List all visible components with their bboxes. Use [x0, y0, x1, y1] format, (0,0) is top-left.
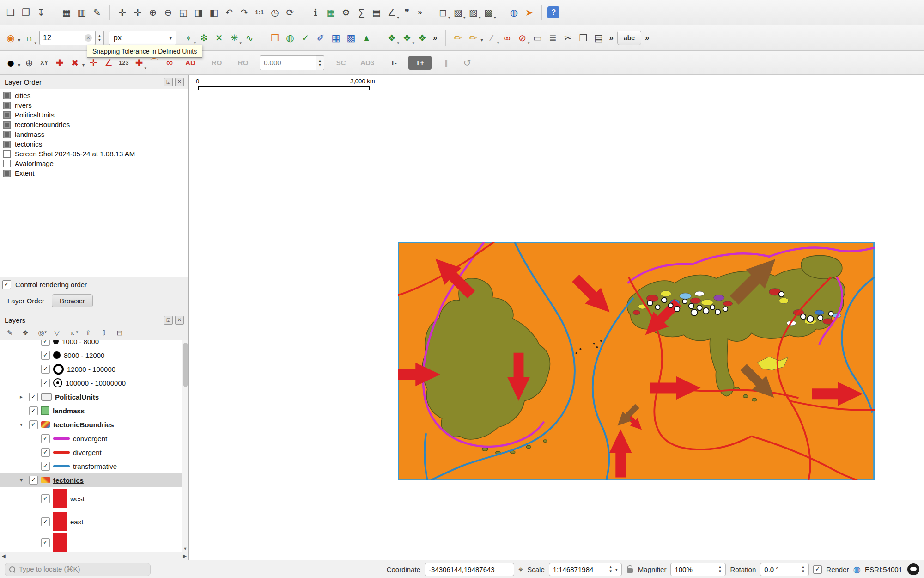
scale-stepper[interactable]: ▲▼	[609, 565, 613, 573]
select-features-icon[interactable]: ◻▾	[436, 4, 450, 21]
layer-label[interactable]: landmass	[53, 407, 85, 415]
layer-label[interactable]: 1000 - 8000	[62, 340, 99, 345]
layer-label[interactable]: tectonicBoundries	[53, 421, 114, 429]
cad-button-ad[interactable]: AD	[179, 56, 202, 70]
scroll-left-icon[interactable]: ◀	[2, 553, 6, 559]
reshape-features-icon[interactable]: ∞	[500, 30, 514, 46]
layer-visibility-checkbox[interactable]: ✓	[41, 351, 50, 360]
layer-label[interactable]: 100000 - 10000000	[66, 379, 126, 387]
zoom-out-icon[interactable]: ⊖	[161, 4, 175, 21]
lock-scale-icon[interactable]	[627, 568, 633, 573]
layer-tree-item-west[interactable]: ✓west	[0, 487, 188, 510]
layer-checkbox[interactable]	[3, 121, 11, 129]
coordinate-input[interactable]: -34306144,19487643	[425, 563, 514, 576]
dropdown-caret-icon[interactable]: ▾	[18, 37, 20, 43]
attribute-table-icon[interactable]: ▤	[370, 4, 383, 21]
scroll-right-icon[interactable]: ▶	[183, 553, 187, 559]
layer-visibility-checkbox[interactable]: ✓	[29, 420, 38, 429]
layer-order-item-tectonics[interactable]: tectonics	[0, 139, 188, 149]
select-by-expression-icon[interactable]: ▩▾	[481, 4, 495, 21]
pencil-annotation-icon[interactable]: ✐	[314, 30, 328, 46]
measure-icon[interactable]: ∠▾	[385, 4, 399, 21]
dropdown-caret-icon[interactable]: ▾	[413, 41, 415, 45]
cad-button-t+[interactable]: T+	[408, 56, 432, 70]
undo-icon[interactable]: ↺	[460, 55, 474, 71]
deselect-features-icon[interactable]: ▨▾	[466, 4, 480, 21]
cad-button-ro[interactable]: RO	[205, 56, 228, 70]
cut-features-icon[interactable]: ✂	[561, 30, 575, 46]
layer-checkbox[interactable]	[3, 92, 11, 99]
map-canvas[interactable]: 0 3,000 km	[189, 75, 924, 560]
layout-manager-icon[interactable]: ▥	[75, 4, 89, 21]
layer-tree-item-tectonicboundries[interactable]: ▾✓tectonicBoundries	[0, 418, 188, 431]
copy-move-feature-icon[interactable]: ❖▾	[400, 30, 414, 46]
layer-label[interactable]: 8000 - 12000	[64, 351, 104, 359]
zoom-full-icon[interactable]: ◱	[176, 4, 190, 21]
layer-order-item-rivers[interactable]: rivers	[0, 100, 188, 110]
tab-layer-order[interactable]: Layer Order	[7, 297, 44, 305]
expand-all-icon[interactable]: ⇧	[83, 328, 93, 338]
layer-tree-item-100000-10000000[interactable]: ✓100000 - 10000000	[0, 376, 188, 390]
move-feature-icon[interactable]: ❖▾	[385, 30, 399, 46]
abc-label-button[interactable]: abc	[617, 31, 641, 45]
layer-tree-item-tectonics[interactable]: ▾✓tectonics	[0, 473, 188, 487]
vertex-delete-icon[interactable]: ✖	[68, 55, 82, 71]
pan-map-icon[interactable]: ✜	[116, 4, 129, 21]
expander-icon[interactable]: ▾	[17, 477, 26, 483]
xy-tool-icon[interactable]: XY	[37, 55, 51, 71]
layer-label[interactable]: PoliticalUnits	[55, 393, 99, 401]
paste-features-icon[interactable]: ▤	[592, 30, 606, 46]
snap-on-intersection-icon[interactable]: ✳▾	[227, 30, 241, 46]
dropdown-caret-icon[interactable]: ▾	[35, 41, 37, 45]
cad-button-ad3[interactable]: AD3	[356, 56, 379, 70]
layer-order-item-politicalunits[interactable]: PoliticalUnits	[0, 110, 188, 120]
new-project-icon[interactable]: ❏	[4, 4, 18, 21]
collapse-all-icon[interactable]: ⇩	[99, 328, 109, 338]
layer-visibility-checkbox[interactable]: ✓	[41, 365, 50, 374]
layer-visibility-checkbox[interactable]: ✓	[41, 379, 50, 387]
toolbar-overflow-icon[interactable]: »	[643, 33, 651, 43]
temporal-controller-icon[interactable]: ◷	[268, 4, 282, 21]
new-print-layout-icon[interactable]: ▦	[60, 4, 73, 21]
zoom-last-icon[interactable]: ↶	[222, 4, 236, 21]
layer-visibility-checkbox[interactable]: ✓	[41, 538, 50, 547]
topological-editing-icon[interactable]: ❇	[197, 30, 211, 46]
style-manager-icon[interactable]: ✎	[90, 4, 104, 21]
copy-style-icon[interactable]: ❐	[268, 30, 282, 46]
select-by-value-icon[interactable]: ▧▾	[451, 4, 465, 21]
dropdown-caret-icon[interactable]: ▾	[82, 62, 85, 68]
dropdown-caret-icon[interactable]: ▾	[397, 15, 399, 20]
snapping-units-select[interactable]: px ▾	[109, 31, 176, 45]
layer-checkbox[interactable]	[3, 150, 11, 158]
open-layer-styling-icon[interactable]: ✎	[5, 328, 15, 338]
dropdown-caret-icon[interactable]: ▾	[240, 41, 242, 45]
pan-to-selection-icon[interactable]: ✛	[131, 4, 145, 21]
layer-order-item-screen-shot-2024-05-24-at-1-08-13-am[interactable]: Screen Shot 2024-05-24 at 1.08.13 AM	[0, 149, 188, 159]
close-panel-icon[interactable]: ✕	[175, 316, 184, 325]
manage-map-themes-icon[interactable]: ◎▾	[36, 328, 46, 338]
layer-label[interactable]: 12000 - 100000	[67, 365, 116, 373]
dropdown-caret-icon[interactable]: ▾	[481, 37, 483, 43]
layer-tree-item-east[interactable]: ✓east	[0, 510, 188, 533]
snapping-tolerance-stepper[interactable]: ▲▼	[96, 31, 104, 45]
symbol-color-icon[interactable]: ●	[4, 55, 18, 71]
processing-toolbox-icon[interactable]: ⚙	[339, 4, 353, 21]
attribute-grid-icon[interactable]: ▦	[324, 4, 338, 21]
dropdown-caret-icon[interactable]: ▾	[497, 41, 499, 45]
current-edits-icon[interactable]: ◉	[4, 30, 18, 46]
zoom-to-layer-icon[interactable]: ◧	[207, 4, 221, 21]
toolbar-overflow-icon[interactable]: »	[431, 33, 439, 43]
map-tips-icon[interactable]: ❞	[400, 4, 414, 21]
layer-label[interactable]: transformative	[73, 462, 117, 470]
layer-visibility-checkbox[interactable]: ✓	[41, 448, 50, 457]
layer-order-item-landmass[interactable]: landmass	[0, 129, 188, 139]
grid-icon[interactable]: ▦	[329, 30, 343, 46]
expander-icon[interactable]: ▸	[17, 394, 26, 400]
layer-order-item-tectonicboundries[interactable]: tectonicBoundries	[0, 120, 188, 129]
float-panel-icon[interactable]: ◱	[164, 78, 173, 86]
layer-tree-item-landmass[interactable]: ✓landmass	[0, 404, 188, 418]
attributes-form-icon[interactable]: ▭	[531, 30, 545, 46]
remove-layer-icon[interactable]: ⊟	[115, 328, 125, 338]
vertical-scrollbar[interactable]: ▼	[182, 340, 188, 552]
layer-tree-item-1000-8000[interactable]: ✓1000 - 8000	[0, 340, 188, 348]
